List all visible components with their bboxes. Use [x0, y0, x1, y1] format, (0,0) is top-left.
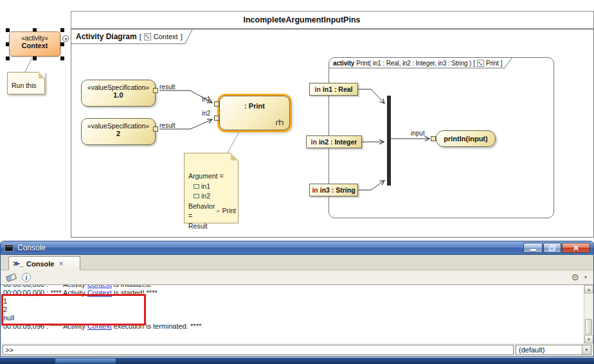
- vertical-scrollbar[interactable]: ▲ ▼: [584, 285, 593, 343]
- console-lines: 00:00:00,000 : **** Activity Context is …: [1, 285, 584, 331]
- result-pin-2-label: result: [159, 122, 175, 129]
- selection-handle[interactable]: [33, 56, 37, 60]
- activity-signature: Print( in1 : Real, in2 : Integer, in3 : …: [356, 60, 471, 67]
- note-line-behavior: Behavior = Print: [188, 202, 236, 221]
- console-window-title: Console: [17, 243, 46, 252]
- param-direction: in: [312, 186, 318, 194]
- diagram-window-frame: IncompleteArgumentInputPins: [71, 11, 594, 29]
- activity-ref: Print: [486, 60, 499, 67]
- combo-dropdown-icon[interactable]: ▼: [582, 345, 591, 354]
- activity-keyword: activity: [333, 60, 354, 67]
- close-button[interactable]: [562, 243, 590, 253]
- value-spec-1-node[interactable]: «valueSpecification» 1.0: [81, 80, 156, 107]
- in2-pin-label: in2: [202, 110, 210, 117]
- fork-node[interactable]: [387, 96, 391, 186]
- console-prompt-input[interactable]: [3, 345, 514, 355]
- param-node-in2[interactable]: in in2 : Integer: [306, 135, 362, 148]
- restore-button[interactable]: [543, 243, 561, 253]
- console-input-row: (default) ▼: [1, 344, 593, 356]
- param-direction: in: [314, 85, 320, 93]
- scroll-down-button[interactable]: ▼: [584, 335, 593, 343]
- taskbar-button[interactable]: [55, 358, 116, 364]
- selection-handle[interactable]: [60, 42, 64, 46]
- taskbar: [0, 358, 594, 364]
- engine-select-value: (default): [519, 346, 544, 354]
- selection-handle[interactable]: [60, 56, 64, 60]
- gear-dropdown-icon[interactable]: ▼: [584, 275, 588, 279]
- console-window-icon: [4, 245, 14, 252]
- console-output[interactable]: 00:00:00,000 : **** Activity Context is …: [1, 285, 584, 343]
- tab-console[interactable]: ≫_ Console ×: [8, 256, 80, 270]
- print-action-name: : Print: [220, 102, 289, 110]
- run-this-note[interactable]: Run this: [7, 72, 45, 94]
- result-pin-2[interactable]: [153, 126, 158, 132]
- console-line-terminated: 00:00:05,096 : **** Activity Context exe…: [3, 322, 584, 331]
- context-link[interactable]: Context: [87, 322, 112, 330]
- input-pin[interactable]: [431, 136, 436, 141]
- rake-icon: [217, 209, 220, 214]
- close-icon: [573, 245, 579, 251]
- context-name: Context: [10, 42, 60, 49]
- context-link[interactable]: Context: [87, 285, 112, 288]
- diagram-frame-ref: Context: [154, 33, 178, 40]
- println-action[interactable]: println(input): [436, 130, 496, 147]
- console-body: ≫_ Console × i ⚙ ▼ 00:00:00,000 : **** A…: [0, 255, 594, 357]
- bracket-close: ]: [181, 33, 183, 40]
- stereotype-label: «valueSpecification»: [82, 83, 155, 91]
- context-activity-node[interactable]: «activity» Context: [9, 31, 60, 56]
- diagram-frame-name: Activity Diagram: [76, 32, 137, 41]
- console-titlebar[interactable]: Console: [0, 241, 594, 255]
- console-line-value3: null: [3, 314, 584, 322]
- in1-pin[interactable]: [214, 101, 219, 107]
- bracket-close: ]: [501, 60, 503, 67]
- value-label: 1.0: [82, 91, 155, 99]
- window-buttons: [523, 243, 590, 253]
- scroll-up-button[interactable]: ▲: [584, 285, 593, 293]
- selection-handle[interactable]: [60, 28, 64, 32]
- param-direction: in: [311, 138, 317, 146]
- arg2-label: in2: [201, 191, 210, 202]
- expand-indicator-icon[interactable]: [62, 35, 69, 42]
- stereotype-label: «valueSpecification»: [82, 122, 155, 130]
- note-line-result: Result: [188, 221, 236, 232]
- activity-diagram-canvas[interactable]: Activity Diagram [ Context ] «valueSpeci…: [71, 29, 594, 238]
- console-line-value2: 2: [3, 306, 584, 314]
- selection-handle[interactable]: [6, 28, 10, 32]
- selection-handle[interactable]: [6, 56, 10, 60]
- minimize-button[interactable]: [523, 243, 543, 253]
- param-node-in1[interactable]: in in1 : Real: [309, 83, 358, 96]
- print-call-action[interactable]: : Print: [219, 96, 290, 130]
- console-window: Console ≫_ Console × i ⚙ ▼ 00:00:00,000 …: [0, 241, 594, 357]
- input-pin-label: input: [411, 130, 425, 137]
- info-icon[interactable]: i: [22, 273, 31, 282]
- note-line-arg1: in1: [188, 182, 236, 192]
- note-line-arg2: in2: [188, 191, 236, 202]
- arg1-label: in1: [201, 182, 210, 192]
- param-name: in3 : String: [320, 186, 356, 194]
- context-stereotype: «activity»: [10, 35, 60, 42]
- console-line-value1: 1: [3, 297, 584, 306]
- minimize-icon: [530, 249, 536, 251]
- param-node-in3[interactable]: in in3 : String: [309, 184, 358, 196]
- console-tab-icon: ≫_: [13, 260, 23, 267]
- result-pin-1[interactable]: [153, 88, 158, 93]
- console-tab-label: Console: [26, 260, 54, 268]
- param-name: in2 : Integer: [319, 138, 357, 146]
- rake-icon: [275, 119, 284, 126]
- argument-comment-note[interactable]: Argument = in1 in2 Behavior = Print Resu…: [184, 153, 239, 223]
- console-tab-row: ≫_ Console ×: [1, 255, 593, 270]
- clear-console-icon[interactable]: [6, 273, 17, 282]
- activity-diagram-icon: [144, 33, 151, 40]
- engine-select[interactable]: (default) ▼: [516, 345, 591, 355]
- println-action-name: println(input): [444, 135, 487, 143]
- tab-close-icon[interactable]: ×: [59, 259, 63, 268]
- in2-pin[interactable]: [214, 116, 219, 121]
- value-spec-2-node[interactable]: «valueSpecification» 2: [81, 118, 156, 145]
- context-link[interactable]: Context: [87, 289, 112, 297]
- result-pin-1-label: result: [159, 83, 175, 91]
- gear-icon[interactable]: ⚙: [571, 272, 579, 282]
- behavior-label: Behavior =: [188, 202, 215, 221]
- scrollbar-thumb[interactable]: [585, 319, 592, 334]
- in1-pin-label: in1: [202, 96, 210, 103]
- bracket-open: [: [140, 33, 141, 40]
